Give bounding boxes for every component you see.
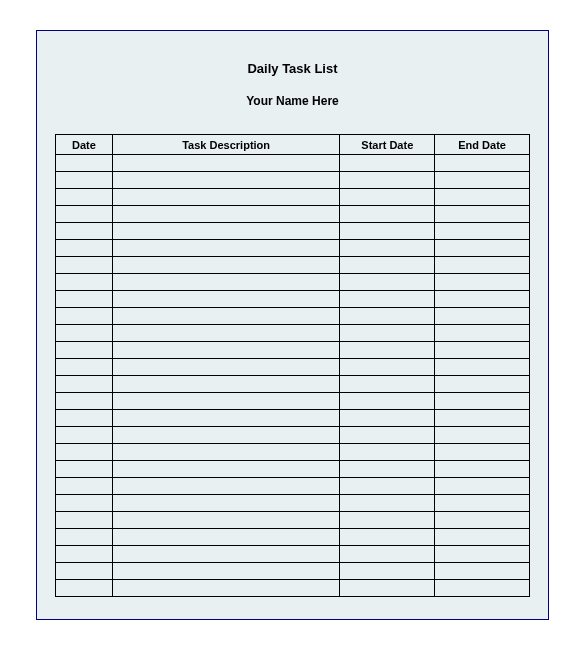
cell-start-date[interactable]	[340, 512, 435, 529]
cell-description[interactable]	[112, 189, 340, 206]
cell-description[interactable]	[112, 257, 340, 274]
cell-start-date[interactable]	[340, 427, 435, 444]
cell-start-date[interactable]	[340, 444, 435, 461]
cell-end-date[interactable]	[435, 325, 530, 342]
cell-description[interactable]	[112, 580, 340, 597]
cell-end-date[interactable]	[435, 427, 530, 444]
cell-description[interactable]	[112, 308, 340, 325]
cell-date[interactable]	[56, 359, 113, 376]
cell-start-date[interactable]	[340, 478, 435, 495]
cell-start-date[interactable]	[340, 172, 435, 189]
cell-description[interactable]	[112, 155, 340, 172]
cell-date[interactable]	[56, 461, 113, 478]
cell-start-date[interactable]	[340, 376, 435, 393]
cell-description[interactable]	[112, 274, 340, 291]
cell-description[interactable]	[112, 342, 340, 359]
cell-date[interactable]	[56, 563, 113, 580]
cell-start-date[interactable]	[340, 342, 435, 359]
cell-start-date[interactable]	[340, 308, 435, 325]
cell-start-date[interactable]	[340, 461, 435, 478]
cell-description[interactable]	[112, 563, 340, 580]
cell-date[interactable]	[56, 393, 113, 410]
cell-date[interactable]	[56, 274, 113, 291]
cell-date[interactable]	[56, 512, 113, 529]
cell-end-date[interactable]	[435, 461, 530, 478]
cell-end-date[interactable]	[435, 512, 530, 529]
cell-start-date[interactable]	[340, 563, 435, 580]
cell-date[interactable]	[56, 206, 113, 223]
cell-end-date[interactable]	[435, 172, 530, 189]
cell-date[interactable]	[56, 444, 113, 461]
cell-end-date[interactable]	[435, 342, 530, 359]
cell-start-date[interactable]	[340, 189, 435, 206]
cell-date[interactable]	[56, 189, 113, 206]
cell-date[interactable]	[56, 376, 113, 393]
cell-description[interactable]	[112, 546, 340, 563]
cell-start-date[interactable]	[340, 495, 435, 512]
cell-date[interactable]	[56, 342, 113, 359]
cell-date[interactable]	[56, 495, 113, 512]
cell-date[interactable]	[56, 155, 113, 172]
cell-description[interactable]	[112, 393, 340, 410]
cell-end-date[interactable]	[435, 291, 530, 308]
cell-description[interactable]	[112, 427, 340, 444]
cell-date[interactable]	[56, 308, 113, 325]
cell-end-date[interactable]	[435, 478, 530, 495]
cell-start-date[interactable]	[340, 155, 435, 172]
cell-date[interactable]	[56, 172, 113, 189]
cell-end-date[interactable]	[435, 529, 530, 546]
cell-end-date[interactable]	[435, 563, 530, 580]
cell-start-date[interactable]	[340, 580, 435, 597]
cell-description[interactable]	[112, 223, 340, 240]
cell-description[interactable]	[112, 444, 340, 461]
cell-description[interactable]	[112, 461, 340, 478]
cell-start-date[interactable]	[340, 359, 435, 376]
cell-date[interactable]	[56, 580, 113, 597]
cell-end-date[interactable]	[435, 359, 530, 376]
cell-description[interactable]	[112, 410, 340, 427]
cell-end-date[interactable]	[435, 240, 530, 257]
cell-end-date[interactable]	[435, 308, 530, 325]
cell-date[interactable]	[56, 240, 113, 257]
cell-description[interactable]	[112, 359, 340, 376]
cell-date[interactable]	[56, 291, 113, 308]
cell-description[interactable]	[112, 495, 340, 512]
cell-date[interactable]	[56, 223, 113, 240]
cell-end-date[interactable]	[435, 223, 530, 240]
cell-end-date[interactable]	[435, 155, 530, 172]
cell-description[interactable]	[112, 478, 340, 495]
cell-start-date[interactable]	[340, 206, 435, 223]
cell-description[interactable]	[112, 206, 340, 223]
cell-date[interactable]	[56, 325, 113, 342]
cell-date[interactable]	[56, 546, 113, 563]
cell-start-date[interactable]	[340, 223, 435, 240]
cell-end-date[interactable]	[435, 393, 530, 410]
cell-description[interactable]	[112, 172, 340, 189]
cell-start-date[interactable]	[340, 529, 435, 546]
cell-end-date[interactable]	[435, 580, 530, 597]
cell-description[interactable]	[112, 291, 340, 308]
cell-date[interactable]	[56, 529, 113, 546]
cell-start-date[interactable]	[340, 546, 435, 563]
cell-end-date[interactable]	[435, 495, 530, 512]
cell-start-date[interactable]	[340, 274, 435, 291]
cell-description[interactable]	[112, 529, 340, 546]
cell-start-date[interactable]	[340, 240, 435, 257]
cell-end-date[interactable]	[435, 189, 530, 206]
cell-date[interactable]	[56, 478, 113, 495]
cell-end-date[interactable]	[435, 257, 530, 274]
cell-description[interactable]	[112, 376, 340, 393]
cell-end-date[interactable]	[435, 274, 530, 291]
cell-start-date[interactable]	[340, 257, 435, 274]
cell-date[interactable]	[56, 427, 113, 444]
cell-start-date[interactable]	[340, 410, 435, 427]
cell-start-date[interactable]	[340, 325, 435, 342]
cell-start-date[interactable]	[340, 291, 435, 308]
cell-description[interactable]	[112, 325, 340, 342]
cell-end-date[interactable]	[435, 206, 530, 223]
cell-end-date[interactable]	[435, 546, 530, 563]
cell-description[interactable]	[112, 512, 340, 529]
cell-date[interactable]	[56, 410, 113, 427]
cell-description[interactable]	[112, 240, 340, 257]
cell-end-date[interactable]	[435, 410, 530, 427]
